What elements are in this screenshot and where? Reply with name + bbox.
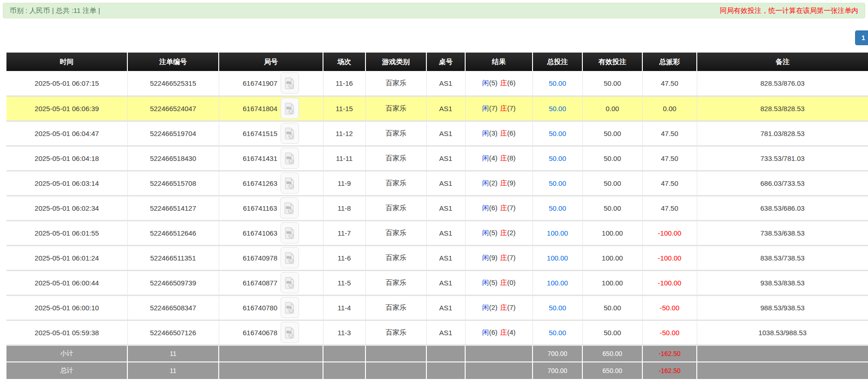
cell-remark: 938.53/838.53 <box>697 270 868 295</box>
round-id-text: 616741431 <box>243 154 277 162</box>
video-replay-icon[interactable] <box>281 148 299 169</box>
result-player-score: (5) <box>489 278 497 286</box>
result-player-label: 闲 <box>482 229 489 237</box>
total-bet-link[interactable]: 50.00 <box>549 329 566 337</box>
round-id-text: 616741515 <box>243 130 277 137</box>
total-payout: -162.50 <box>642 362 697 379</box>
video-replay-icon[interactable] <box>281 322 299 343</box>
result-banker-score: (7) <box>507 204 515 212</box>
cell-game-type: 百家乐 <box>365 71 426 96</box>
table-row: 2025-05-01 06:04:47 522466519704 6167415… <box>6 121 868 146</box>
subtotal-label: 小计 <box>6 345 127 362</box>
subtotal-row: 小计 11 700.00 650.00 -162.50 <box>6 345 868 362</box>
cell-table-no: AS1 <box>426 121 465 146</box>
col-header-payout: 总派彩 <box>642 53 697 71</box>
total-count: 11 <box>127 362 219 379</box>
table-row: 2025-05-01 06:02:34 522466514127 6167411… <box>6 195 868 220</box>
cell-valid-bet: 100.00 <box>582 220 642 245</box>
cell-valid-bet: 50.00 <box>582 195 642 220</box>
video-replay-icon[interactable] <box>281 272 299 293</box>
cell-time: 2025-05-01 06:04:47 <box>6 121 127 146</box>
round-id-text: 616741163 <box>243 204 277 212</box>
pagination-page-button[interactable]: 1 <box>855 30 868 45</box>
total-bet-link[interactable]: 50.00 <box>549 179 566 187</box>
cell-game-type: 百家乐 <box>365 146 426 171</box>
table-row: 2025-05-01 06:04:18 522466518430 6167414… <box>6 146 868 171</box>
cell-result: 闲(2)庄(9) <box>465 171 533 195</box>
total-empty-cell <box>365 362 426 379</box>
subtotal-total-bet: 700.00 <box>533 345 582 362</box>
result-player-score: (7) <box>489 104 497 112</box>
col-header-time: 时间 <box>6 53 127 71</box>
cell-result: 闲(5)庄(6) <box>465 71 533 96</box>
cell-time: 2025-05-01 05:59:38 <box>6 320 127 345</box>
col-header-remark: 备注 <box>697 53 868 71</box>
result-banker-score: (6) <box>507 129 515 137</box>
total-bet-link[interactable]: 100.00 <box>547 279 568 287</box>
total-bet-link[interactable]: 50.00 <box>549 304 566 312</box>
col-header-session: 场次 <box>323 53 365 71</box>
total-bet-link[interactable]: 100.00 <box>547 254 568 262</box>
currency-summary-text: 币别 : 人民币 | 总共 :11 注单 | <box>10 6 100 15</box>
total-bet-link[interactable]: 50.00 <box>549 105 566 113</box>
subtotal-empty-cell <box>697 345 868 362</box>
cell-payout: 47.50 <box>642 146 697 171</box>
cell-game-type: 百家乐 <box>365 245 426 270</box>
cell-payout: -50.00 <box>642 320 697 345</box>
cell-remark: 781.03/828.53 <box>697 121 868 146</box>
video-replay-icon[interactable] <box>281 172 299 194</box>
total-bet-link[interactable]: 100.00 <box>547 229 568 237</box>
cell-table-no: AS1 <box>426 146 465 171</box>
video-replay-icon[interactable] <box>281 98 299 119</box>
total-row: 总计 11 700.00 650.00 -162.50 <box>6 362 868 379</box>
cell-bet-id: 522466507126 <box>127 320 219 345</box>
cell-time: 2025-05-01 06:00:10 <box>6 295 127 320</box>
cell-round-id: 616741431 <box>219 146 323 171</box>
bet-records-table: 时间 注单编号 局号 场次 游戏类别 桌号 结果 总投注 有效投注 总派彩 备注… <box>6 53 868 379</box>
video-replay-icon[interactable] <box>281 72 299 94</box>
cell-valid-bet: 50.00 <box>582 146 642 171</box>
video-replay-icon[interactable] <box>281 297 299 318</box>
result-player-score: (3) <box>489 129 497 137</box>
cell-result: 闲(6)庄(4) <box>465 320 533 345</box>
cell-round-id: 616740877 <box>219 270 323 295</box>
cell-bet-id: 522466512646 <box>127 220 219 245</box>
cell-remark: 738.53/638.53 <box>697 220 868 245</box>
cell-result: 闲(4)庄(8) <box>465 146 533 171</box>
cell-table-no: AS1 <box>426 96 465 121</box>
cell-remark: 828.53/876.03 <box>697 71 868 96</box>
total-bet-link[interactable]: 50.00 <box>549 79 566 87</box>
cell-time: 2025-05-01 06:01:55 <box>6 220 127 245</box>
cell-round-id: 616741907 <box>219 71 323 96</box>
total-valid-bet: 650.00 <box>582 362 642 379</box>
table-row: 2025-05-01 06:01:55 522466512646 6167410… <box>6 220 868 245</box>
cell-round-id: 616741804 <box>219 96 323 121</box>
cell-bet-id: 522466525315 <box>127 71 219 96</box>
result-player-score: (2) <box>489 303 497 311</box>
col-header-round-id: 局号 <box>219 53 323 71</box>
cell-bet-id: 522466511351 <box>127 245 219 270</box>
video-replay-icon[interactable] <box>281 247 299 268</box>
cell-round-id: 616740978 <box>219 245 323 270</box>
cell-total-bet: 50.00 <box>533 171 582 195</box>
total-bet-link[interactable]: 50.00 <box>549 204 566 212</box>
video-replay-icon[interactable] <box>280 197 299 219</box>
result-player-label: 闲 <box>482 303 489 311</box>
result-banker-label: 庄 <box>500 129 507 137</box>
cell-payout: -100.00 <box>642 270 697 295</box>
total-empty-cell <box>323 362 365 379</box>
table-row: 2025-05-01 06:03:14 522466515708 6167412… <box>6 171 868 195</box>
cell-session: 11-16 <box>323 71 365 96</box>
result-player-score: (2) <box>489 179 497 187</box>
cell-session: 11-15 <box>323 96 365 121</box>
result-player-label: 闲 <box>482 328 489 336</box>
cell-round-id: 616741163 <box>219 195 323 220</box>
total-bet-link[interactable]: 50.00 <box>549 130 566 137</box>
video-replay-icon[interactable] <box>281 222 299 243</box>
cell-valid-bet: 0.00 <box>582 96 642 121</box>
cell-remark: 1038.53/988.53 <box>697 320 868 345</box>
total-bet-link[interactable]: 50.00 <box>549 154 566 162</box>
result-banker-label: 庄 <box>500 179 507 187</box>
video-replay-icon[interactable] <box>281 123 299 144</box>
col-header-game-type: 游戏类别 <box>365 53 426 71</box>
